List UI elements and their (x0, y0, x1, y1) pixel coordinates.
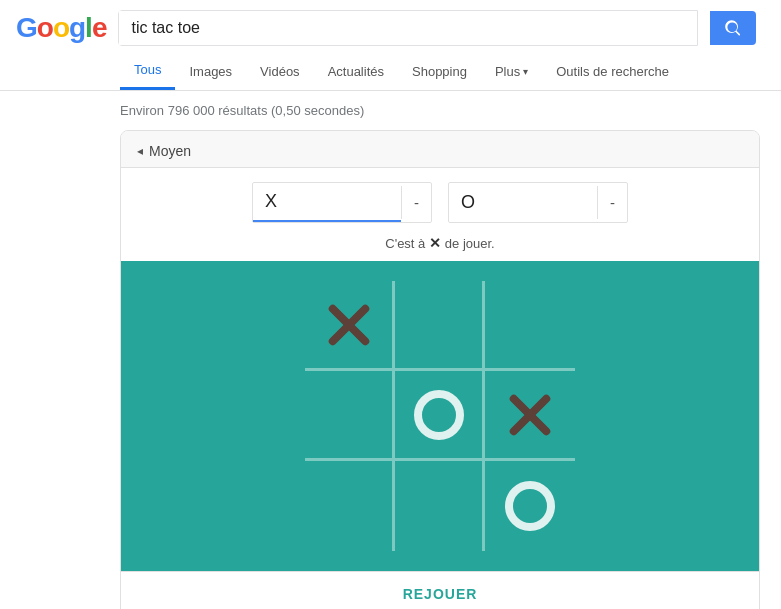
search-bar (118, 10, 698, 46)
board-cell-0 (305, 281, 395, 371)
score-row: X - O - (121, 168, 759, 231)
score-x-value: - (401, 186, 431, 219)
chevron-down-icon: ▾ (523, 66, 528, 77)
replay-row: REJOUER (121, 571, 759, 609)
board-cell-7[interactable] (395, 461, 485, 551)
game-widget: ◂ Moyen X - O - C'est à ✕ de jouer. REJO… (120, 130, 760, 609)
score-o-value: - (597, 186, 627, 219)
board-cell-6[interactable] (305, 461, 395, 551)
board-cell-1[interactable] (395, 281, 485, 371)
tab-images[interactable]: Images (175, 54, 246, 89)
board-cell-5 (485, 371, 575, 461)
board-cell-4 (395, 371, 485, 461)
logo-l: l (85, 12, 92, 43)
difficulty-label: Moyen (149, 143, 191, 159)
logo-o2: o (53, 12, 69, 43)
search-button[interactable] (710, 11, 756, 45)
board-cell-3[interactable] (305, 371, 395, 461)
nav-tabs: Tous Images Vidéos Actualités Shopping P… (0, 52, 781, 91)
turn-indicator: C'est à ✕ de jouer. (121, 231, 759, 261)
score-box-o: O - (448, 182, 628, 223)
mark-o (505, 481, 555, 531)
logo-g: G (16, 12, 37, 43)
search-icon (724, 19, 742, 37)
results-info: Environ 796 000 résultats (0,50 secondes… (0, 91, 781, 130)
chevron-left-icon[interactable]: ◂ (137, 144, 143, 158)
google-logo: Google (16, 12, 106, 44)
logo-g2: g (69, 12, 85, 43)
board-cell-2[interactable] (485, 281, 575, 371)
turn-player-mark: ✕ (429, 235, 445, 251)
game-board-container (121, 261, 759, 571)
replay-button[interactable]: REJOUER (403, 586, 478, 602)
mark-x (322, 298, 376, 352)
game-board (305, 281, 575, 551)
board-cell-8 (485, 461, 575, 551)
mark-o (414, 390, 464, 440)
tab-tous[interactable]: Tous (120, 52, 175, 90)
tab-actualites[interactable]: Actualités (314, 54, 398, 89)
difficulty-bar: ◂ Moyen (121, 131, 759, 168)
tab-plus[interactable]: Plus ▾ (481, 54, 542, 89)
tab-shopping[interactable]: Shopping (398, 54, 481, 89)
logo-e: e (92, 12, 107, 43)
score-o-label: O (449, 184, 597, 221)
tab-videos[interactable]: Vidéos (246, 54, 314, 89)
tab-outils[interactable]: Outils de recherche (542, 54, 683, 89)
score-x-label: X (253, 183, 401, 222)
logo-o1: o (37, 12, 53, 43)
search-input[interactable] (119, 11, 697, 45)
score-box-x: X - (252, 182, 432, 223)
header: Google (0, 0, 781, 52)
mark-x (503, 388, 557, 442)
